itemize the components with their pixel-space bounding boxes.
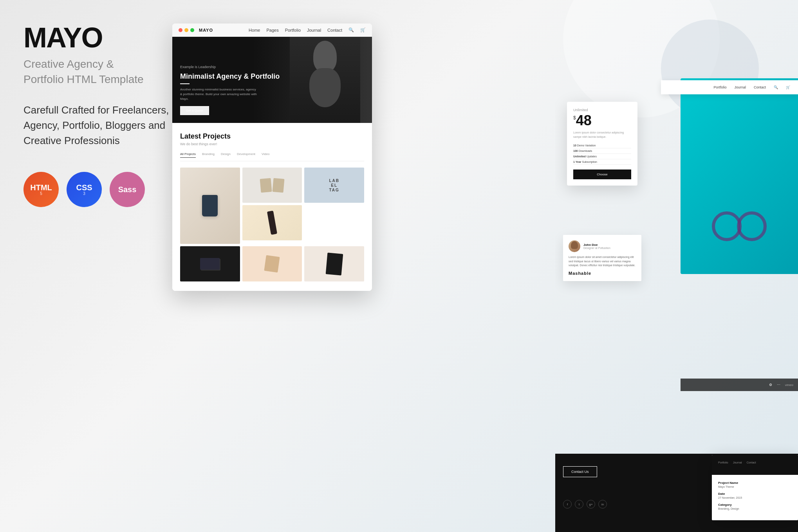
contact-btn-container: Contact Us: [563, 466, 597, 477]
field-date: Date 27 November, 2015: [718, 492, 792, 499]
browser-dots: [179, 28, 194, 32]
brand-description: Carefull Crafted for Freelancers,Agency,…: [23, 103, 188, 148]
hero-content: Example is Leadership Minimalist Agency …: [172, 57, 287, 123]
detail-nav-contact[interactable]: Contact: [747, 461, 756, 464]
pricing-description: Lorem ipsum dolor consectetur adipiscing…: [573, 131, 631, 139]
testimonial-text: Lorem ipsum dolor sit amet consectetur a…: [569, 255, 636, 268]
top-nav-journal[interactable]: Journal: [734, 85, 746, 89]
project-card1[interactable]: [180, 246, 240, 281]
author-role: Designer at Pottustion: [583, 247, 610, 249]
googleplus-icon[interactable]: g+: [587, 500, 595, 509]
settings-icon[interactable]: ⚙: [769, 383, 772, 387]
feature-updates: Unlimited Updates: [573, 154, 631, 159]
field-date-value: 27 November, 2015: [718, 496, 792, 499]
hero-description: Another stunning minimalist business ser…: [180, 87, 258, 101]
css-version: 3: [83, 191, 85, 196]
bicycle-illustration: [704, 204, 775, 251]
project-card2[interactable]: [304, 246, 364, 281]
hero-cta-button[interactable]: Get a Quote: [180, 106, 209, 115]
browser-window: MAYO Home Pages Portfolio Journal Contac…: [172, 23, 372, 291]
projects-title: Latest Projects: [180, 132, 364, 141]
search-icon[interactable]: 🔍: [348, 27, 354, 32]
left-panel: MAYO Creative Agency &Portfolio HTML Tem…: [23, 23, 188, 207]
feature-downloads: 100 Downloads: [573, 148, 631, 154]
project-label[interactable]: LAB EL TAG: [304, 168, 364, 203]
pricing-currency: $: [573, 115, 576, 121]
top-nav-cart[interactable]: 🛒: [786, 85, 790, 89]
html-label: HTML: [30, 184, 52, 191]
nav-journal[interactable]: Journal: [307, 28, 321, 32]
pricing-amount: 48: [576, 114, 592, 128]
dot-red: [179, 28, 182, 32]
filter-video[interactable]: Video: [262, 152, 269, 158]
hero-section: Example is Leadership Minimalist Agency …: [172, 37, 372, 123]
nav-pages[interactable]: Pages: [266, 28, 278, 32]
html-icon: HTML 5: [23, 172, 59, 207]
pricing-choose-button[interactable]: Choose: [573, 170, 631, 179]
filter-development[interactable]: Development: [237, 152, 255, 158]
field-category-label: Category: [718, 503, 792, 507]
nav-portfolio[interactable]: Portfolio: [285, 28, 301, 32]
top-nav-strip: Portfolio Journal Contact 🔍 🛒: [661, 80, 798, 94]
projects-subtitle: We do best things ever!: [180, 142, 364, 146]
main-mockup: MAYO Home Pages Portfolio Journal Contac…: [168, 16, 388, 407]
project-item5[interactable]: [242, 246, 302, 281]
browser-bar: MAYO Home Pages Portfolio Journal Contac…: [172, 23, 372, 37]
field-project-name-label: Project Name: [718, 481, 792, 485]
twitter-icon[interactable]: t: [575, 500, 583, 509]
projects-section: Latest Projects We do best things ever! …: [172, 123, 372, 291]
project-wine[interactable]: [242, 205, 302, 240]
filter-tabs: All Projects Branding Design Development…: [180, 152, 364, 161]
top-nav-contact[interactable]: Contact: [754, 85, 766, 89]
filter-all[interactable]: All Projects: [180, 152, 196, 158]
project-detail-card: Portfolio Journal Contact Project Name M…: [712, 455, 798, 520]
nav-contact[interactable]: Contact: [327, 28, 342, 32]
hero-tag: Example is Leadership: [180, 65, 280, 69]
cart-icon[interactable]: 🛒: [360, 27, 366, 32]
facebook-icon[interactable]: f: [563, 500, 572, 509]
vimeo-bar: ⚙ ⋯ vimeo: [681, 379, 798, 391]
dots-icon[interactable]: ⋯: [777, 383, 780, 387]
project-clipboard[interactable]: [242, 168, 302, 203]
sass-label: Sass: [118, 186, 137, 193]
hero-portrait: [290, 37, 360, 123]
hero-divider: [180, 83, 190, 84]
vimeo-logo: vimeo: [785, 383, 793, 387]
testimonial-card: John Doe Designer at Pottustion Lorem ip…: [563, 235, 641, 281]
field-project-name-value: Mayo Theme: [718, 485, 792, 488]
filter-design[interactable]: Design: [221, 152, 231, 158]
pricing-card: Unlimited $ 48 Lorem ipsum dolor consect…: [567, 102, 637, 186]
detail-nav-portfolio[interactable]: Portfolio: [718, 461, 728, 464]
dot-yellow: [184, 28, 188, 32]
detail-header: Portfolio Journal Contact: [712, 455, 798, 475]
author-name: John Doe: [583, 243, 610, 247]
hero-title: Minimalist Agency & Portfolio: [180, 72, 280, 81]
pricing-plan: Unlimited: [573, 108, 631, 112]
nav-home[interactable]: Home: [249, 28, 260, 32]
testimonial-author: John Doe Designer at Pottustion: [569, 240, 636, 252]
detail-nav: Portfolio Journal Contact: [718, 461, 792, 464]
tech-icons: HTML 5 CSS 3 Sass: [23, 172, 188, 207]
field-date-label: Date: [718, 492, 792, 496]
css-icon: CSS 3: [67, 172, 102, 207]
projects-grid: LAB EL TAG: [180, 168, 364, 281]
contact-button[interactable]: Contact Us: [563, 466, 597, 477]
html-version: 5: [40, 191, 42, 196]
detail-nav-journal[interactable]: Journal: [733, 461, 742, 464]
author-avatar: [569, 240, 580, 252]
project-coffee[interactable]: [180, 168, 240, 244]
top-nav-portfolio[interactable]: Portfolio: [713, 85, 726, 89]
css-label: CSS: [76, 184, 92, 191]
detail-body: Project Name Mayo Theme Date 27 November…: [712, 475, 798, 520]
linkedin-icon[interactable]: in: [598, 500, 607, 509]
social-icons: f t g+ in: [563, 500, 607, 509]
author-info: John Doe Designer at Pottustion: [583, 243, 610, 249]
browser-nav: Home Pages Portfolio Journal Contact 🔍 🛒: [249, 27, 366, 32]
dot-green: [190, 28, 194, 32]
brand-subtitle: Creative Agency &Portfolio HTML Template: [23, 56, 188, 87]
top-nav-search[interactable]: 🔍: [774, 85, 778, 89]
filter-branding[interactable]: Branding: [202, 152, 215, 158]
brand-title: MAYO: [23, 23, 188, 52]
feature-demo: 10 Demo Variation: [573, 143, 631, 148]
testimonial-brand: Mashable: [569, 271, 636, 276]
